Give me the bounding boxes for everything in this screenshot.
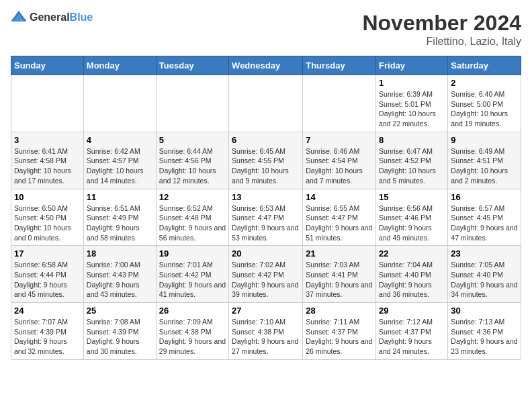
day-number: 25 [87, 306, 153, 316]
day-info: Sunrise: 7:08 AM Sunset: 4:39 PM Dayligh… [87, 317, 153, 357]
day-number: 15 [379, 192, 445, 202]
day-info: Sunrise: 7:02 AM Sunset: 4:42 PM Dayligh… [232, 260, 300, 300]
day-info: Sunrise: 6:44 AM Sunset: 4:56 PM Dayligh… [159, 146, 226, 186]
day-info: Sunrise: 7:09 AM Sunset: 4:38 PM Dayligh… [159, 317, 226, 357]
day-info: Sunrise: 6:55 AM Sunset: 4:47 PM Dayligh… [306, 203, 373, 243]
weekday-header-thursday: Thursday [303, 56, 376, 75]
day-info: Sunrise: 6:56 AM Sunset: 4:46 PM Dayligh… [379, 203, 445, 243]
day-info: Sunrise: 6:53 AM Sunset: 4:47 PM Dayligh… [232, 203, 300, 243]
calendar-cell: 20Sunrise: 7:02 AM Sunset: 4:42 PM Dayli… [229, 246, 303, 303]
calendar-cell: 27Sunrise: 7:10 AM Sunset: 4:38 PM Dayli… [229, 303, 303, 360]
calendar-week-row: 10Sunrise: 6:50 AM Sunset: 4:50 PM Dayli… [11, 189, 521, 246]
day-number: 14 [306, 192, 373, 202]
day-info: Sunrise: 7:12 AM Sunset: 4:37 PM Dayligh… [379, 317, 445, 357]
day-number: 1 [379, 78, 445, 88]
day-number: 6 [232, 135, 300, 145]
calendar-table: SundayMondayTuesdayWednesdayThursdayFrid… [11, 56, 521, 360]
calendar-cell: 25Sunrise: 7:08 AM Sunset: 4:39 PM Dayli… [83, 303, 156, 360]
calendar-cell: 28Sunrise: 7:11 AM Sunset: 4:37 PM Dayli… [303, 303, 376, 360]
day-info: Sunrise: 7:03 AM Sunset: 4:41 PM Dayligh… [306, 260, 373, 300]
calendar-cell: 4Sunrise: 6:42 AM Sunset: 4:57 PM Daylig… [83, 132, 156, 189]
day-number: 26 [159, 306, 226, 316]
day-number: 13 [232, 192, 300, 202]
calendar-cell: 2Sunrise: 6:40 AM Sunset: 5:00 PM Daylig… [448, 75, 521, 132]
calendar-cell: 10Sunrise: 6:50 AM Sunset: 4:50 PM Dayli… [11, 189, 84, 246]
calendar-cell: 29Sunrise: 7:12 AM Sunset: 4:37 PM Dayli… [376, 303, 448, 360]
day-number: 4 [87, 135, 153, 145]
day-number: 11 [87, 192, 153, 202]
calendar-cell: 9Sunrise: 6:49 AM Sunset: 4:51 PM Daylig… [448, 132, 521, 189]
calendar-cell [11, 75, 84, 132]
day-info: Sunrise: 7:05 AM Sunset: 4:40 PM Dayligh… [451, 260, 518, 300]
calendar-cell [83, 75, 156, 132]
day-number: 9 [451, 135, 518, 145]
calendar-cell: 22Sunrise: 7:04 AM Sunset: 4:40 PM Dayli… [376, 246, 448, 303]
day-info: Sunrise: 7:01 AM Sunset: 4:42 PM Dayligh… [159, 260, 226, 300]
logo: GeneralBlue [11, 11, 93, 24]
weekday-header-wednesday: Wednesday [229, 56, 303, 75]
calendar-cell: 12Sunrise: 6:52 AM Sunset: 4:48 PM Dayli… [156, 189, 228, 246]
calendar-cell: 23Sunrise: 7:05 AM Sunset: 4:40 PM Dayli… [448, 246, 521, 303]
day-number: 5 [159, 135, 226, 145]
logo-icon [11, 11, 27, 24]
day-number: 10 [14, 192, 81, 202]
calendar-cell: 11Sunrise: 6:51 AM Sunset: 4:49 PM Dayli… [83, 189, 156, 246]
day-number: 3 [14, 135, 81, 145]
day-info: Sunrise: 6:39 AM Sunset: 5:01 PM Dayligh… [379, 89, 445, 129]
weekday-header-monday: Monday [83, 56, 156, 75]
weekday-header-sunday: Sunday [11, 56, 84, 75]
calendar-cell [229, 75, 303, 132]
day-info: Sunrise: 7:04 AM Sunset: 4:40 PM Dayligh… [379, 260, 445, 300]
day-info: Sunrise: 6:58 AM Sunset: 4:44 PM Dayligh… [14, 260, 81, 300]
day-number: 21 [306, 248, 373, 259]
day-info: Sunrise: 7:00 AM Sunset: 4:43 PM Dayligh… [87, 260, 153, 300]
logo-general: General [30, 11, 70, 23]
calendar-cell: 15Sunrise: 6:56 AM Sunset: 4:46 PM Dayli… [376, 189, 448, 246]
day-info: Sunrise: 6:50 AM Sunset: 4:50 PM Dayligh… [14, 203, 81, 243]
calendar-cell: 1Sunrise: 6:39 AM Sunset: 5:01 PM Daylig… [376, 75, 448, 132]
weekday-header-saturday: Saturday [448, 56, 521, 75]
day-info: Sunrise: 6:51 AM Sunset: 4:49 PM Dayligh… [87, 203, 153, 243]
day-info: Sunrise: 6:57 AM Sunset: 4:45 PM Dayligh… [451, 203, 518, 243]
calendar-cell: 6Sunrise: 6:45 AM Sunset: 4:55 PM Daylig… [229, 132, 303, 189]
calendar-cell: 19Sunrise: 7:01 AM Sunset: 4:42 PM Dayli… [156, 246, 228, 303]
calendar-week-row: 17Sunrise: 6:58 AM Sunset: 4:44 PM Dayli… [11, 246, 521, 303]
day-number: 7 [306, 135, 373, 145]
calendar-cell: 7Sunrise: 6:46 AM Sunset: 4:54 PM Daylig… [303, 132, 376, 189]
calendar-cell: 18Sunrise: 7:00 AM Sunset: 4:43 PM Dayli… [83, 246, 156, 303]
calendar-cell: 21Sunrise: 7:03 AM Sunset: 4:41 PM Dayli… [303, 246, 376, 303]
calendar-cell: 14Sunrise: 6:55 AM Sunset: 4:47 PM Dayli… [303, 189, 376, 246]
day-number: 18 [87, 248, 153, 259]
day-number: 22 [379, 248, 445, 259]
day-info: Sunrise: 7:11 AM Sunset: 4:37 PM Dayligh… [306, 317, 373, 357]
day-info: Sunrise: 6:42 AM Sunset: 4:57 PM Dayligh… [87, 146, 153, 186]
calendar-week-row: 3Sunrise: 6:41 AM Sunset: 4:58 PM Daylig… [11, 132, 521, 189]
calendar-cell: 24Sunrise: 7:07 AM Sunset: 4:39 PM Dayli… [11, 303, 84, 360]
day-number: 19 [159, 248, 226, 259]
calendar-cell [156, 75, 228, 132]
day-info: Sunrise: 6:41 AM Sunset: 4:58 PM Dayligh… [14, 146, 81, 186]
day-number: 28 [306, 306, 373, 316]
day-info: Sunrise: 6:40 AM Sunset: 5:00 PM Dayligh… [451, 89, 518, 129]
day-info: Sunrise: 6:46 AM Sunset: 4:54 PM Dayligh… [306, 146, 373, 186]
calendar-week-row: 24Sunrise: 7:07 AM Sunset: 4:39 PM Dayli… [11, 303, 521, 360]
calendar-cell: 17Sunrise: 6:58 AM Sunset: 4:44 PM Dayli… [11, 246, 84, 303]
day-number: 24 [14, 306, 81, 316]
day-info: Sunrise: 7:07 AM Sunset: 4:39 PM Dayligh… [14, 317, 81, 357]
logo-blue: Blue [70, 11, 93, 23]
day-info: Sunrise: 6:52 AM Sunset: 4:48 PM Dayligh… [159, 203, 226, 243]
day-number: 30 [451, 306, 518, 316]
day-number: 23 [451, 248, 518, 259]
calendar-cell: 3Sunrise: 6:41 AM Sunset: 4:58 PM Daylig… [11, 132, 84, 189]
month-title: November 2024 [362, 11, 521, 36]
calendar-cell: 26Sunrise: 7:09 AM Sunset: 4:38 PM Dayli… [156, 303, 228, 360]
day-number: 16 [451, 192, 518, 202]
day-info: Sunrise: 7:10 AM Sunset: 4:38 PM Dayligh… [232, 317, 300, 357]
day-info: Sunrise: 6:47 AM Sunset: 4:52 PM Dayligh… [379, 146, 445, 186]
day-number: 17 [14, 248, 81, 259]
calendar-cell: 30Sunrise: 7:13 AM Sunset: 4:36 PM Dayli… [448, 303, 521, 360]
day-info: Sunrise: 6:45 AM Sunset: 4:55 PM Dayligh… [232, 146, 300, 186]
weekday-header-row: SundayMondayTuesdayWednesdayThursdayFrid… [11, 56, 521, 75]
weekday-header-tuesday: Tuesday [156, 56, 228, 75]
day-number: 2 [451, 78, 518, 88]
